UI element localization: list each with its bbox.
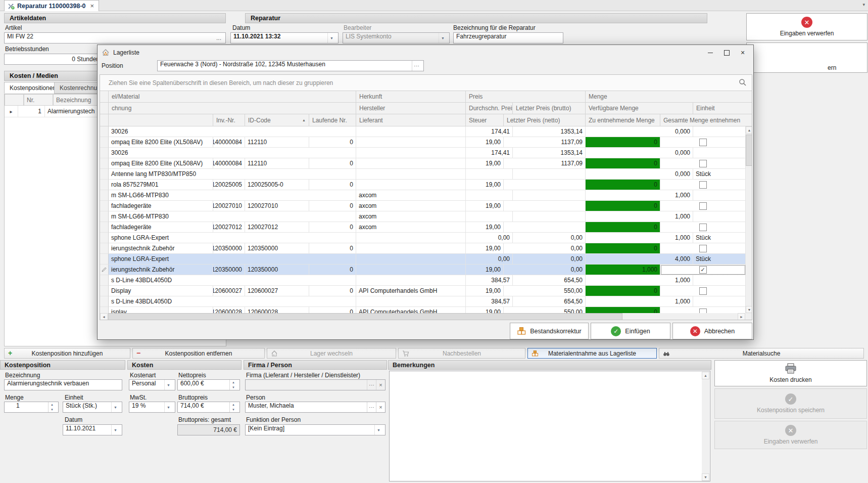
funktion-combobox[interactable]: [Kein Eintrag] ▼ <box>245 424 385 435</box>
col-letzter-preis-netto[interactable]: Letzter Preis (netto) <box>504 114 586 126</box>
einheit-combobox[interactable]: Stück (Stk.) ▼ <box>63 402 122 413</box>
entnehmen-checkbox[interactable]: ✓ <box>699 266 707 274</box>
col-zu-entnehmende-menge[interactable]: Zu entnehmende Menge <box>586 114 660 126</box>
kostenposition-hinzufuegen-button[interactable]: + Kostenposition hinzufügen <box>4 348 130 359</box>
lagerliste-row-child[interactable]: fachladegeräte1200270121200270120axcom19… <box>100 222 746 233</box>
bestandskorrektur-button[interactable]: Bestandskorrektur <box>510 323 589 339</box>
entnehmen-checkbox[interactable] <box>699 245 707 252</box>
tab-close-icon[interactable]: × <box>90 2 94 10</box>
lagerliste-row-child[interactable]: ierungstechnik Zubehör120350000120350000… <box>100 265 746 275</box>
lagerliste-row-parent[interactable]: m SM-LG66-MTP830axcom1,000 <box>100 211 746 222</box>
chevron-down-icon[interactable]: ▼ <box>111 425 119 435</box>
vertical-scroll-thumb[interactable] <box>746 135 752 166</box>
row-expand-icon[interactable]: ▸ <box>5 106 18 117</box>
horizontal-scrollbar[interactable]: ◄ ► <box>100 313 752 320</box>
col-band-menge[interactable]: Menge <box>586 91 752 103</box>
bruttopreis-stepper[interactable]: 714,00 € ▲▼ <box>177 402 240 413</box>
materialsuche-button[interactable]: Materialsuche <box>659 348 864 359</box>
entnehmen-checkbox[interactable] <box>699 160 707 167</box>
person-field[interactable]: Muster, Michaela ··· × <box>245 402 385 413</box>
chevron-down-icon[interactable]: ▼ <box>327 33 335 43</box>
entnehmen-checkbox[interactable] <box>699 224 707 231</box>
entnehmen-checkbox[interactable] <box>699 202 707 210</box>
bezeichnung-reparatur-field[interactable]: Fahrzeugreparatur <box>453 32 563 43</box>
position-ellipsis-button[interactable]: ··· <box>412 61 421 71</box>
col-steuer[interactable]: Steuer <box>466 114 504 126</box>
cell-zu-entnehmende-menge[interactable]: 0 <box>586 137 660 148</box>
col-laufende-nr[interactable]: Laufende Nr. <box>309 114 356 126</box>
lagerliste-row-child[interactable]: ompaq Elite 8200 Elite (XL508AV)14000008… <box>100 158 746 169</box>
tab-reparatur[interactable]: Reparatur 110000398-0 × <box>4 0 99 11</box>
lagerliste-row-parent[interactable]: s D-Line 43BDL4050D384,57654,501,000 <box>100 275 746 286</box>
lagerliste-row-parent[interactable]: 30026174,411353,140,000 <box>100 148 746 158</box>
lagerliste-row-child[interactable]: fachladegeräte1200270101200270100axcom19… <box>100 201 746 211</box>
eingaben-verwerfen-top-button[interactable]: ✕ Eingaben verwerfen <box>746 13 867 40</box>
col-band-material[interactable]: el/Material <box>109 91 356 103</box>
search-icon[interactable] <box>739 78 747 86</box>
col-einheit[interactable]: Einheit <box>693 103 752 114</box>
horizontal-scroll-thumb[interactable] <box>108 313 622 320</box>
cell-zu-entnehmende-menge[interactable]: 0 <box>586 158 660 169</box>
kostenposition-entfernen-button[interactable]: − Kostenposition entfernen <box>132 348 265 359</box>
cell-zu-entnehmende-menge[interactable]: 0 <box>586 243 660 254</box>
bemerkungen-scrollbar[interactable]: ▲ ▼ <box>702 372 709 481</box>
group-by-panel[interactable]: Ziehen Sie eine Spaltenüberschrift in di… <box>100 75 752 91</box>
spinner-arrows-icon[interactable]: ▲▼ <box>229 380 237 390</box>
person-ellipsis-button[interactable]: ··· <box>367 402 376 412</box>
entnehmen-checkbox[interactable] <box>699 139 707 146</box>
col-durchschn-preis[interactable]: Durchschn. Preis <box>466 103 513 114</box>
minimize-icon[interactable] <box>703 47 718 58</box>
col-gesamte-menge-entnehmen[interactable]: Gesamte Menge entnehmen <box>660 114 752 126</box>
tab-overflow-icon[interactable]: ▾ <box>862 2 865 7</box>
abbrechen-button[interactable]: ✕ Abbrechen <box>672 323 752 339</box>
cell-zu-entnehmende-menge[interactable]: 0 <box>586 286 660 296</box>
lagerliste-row-child[interactable]: ierungstechnik Zubehör120350000120350000… <box>100 243 746 254</box>
lagerliste-row-parent[interactable]: sphone LGRA-Expert0,000,001,000Stück <box>100 233 746 243</box>
col-verfuegbare-menge[interactable]: Verfügbare Menge <box>586 103 693 114</box>
datum-combobox[interactable]: 11.10.2021 13:32 ▼ <box>230 32 339 43</box>
col-bezeichnung[interactable]: chnung <box>109 103 356 114</box>
spinner-arrows-icon[interactable]: ▲▼ <box>229 402 237 412</box>
cell-zu-entnehmende-menge[interactable]: 0 <box>586 201 660 211</box>
lagerliste-titlebar[interactable]: Lagerliste <box>98 45 753 60</box>
mwst-combobox[interactable]: 19 % ▼ <box>129 402 175 413</box>
lagerliste-row-parent[interactable]: sphone LGRA-Expert0,000,004,000Stück <box>100 254 746 265</box>
spinner-arrows-icon[interactable]: ▲▼ <box>48 402 56 412</box>
entnehmen-checkbox[interactable] <box>699 181 707 189</box>
tab-kostenpositionen[interactable]: Kostenpositionen <box>4 82 62 94</box>
cell-zu-entnehmende-menge[interactable]: 0 <box>586 222 660 233</box>
lagerliste-row-child[interactable]: ompaq Elite 8200 Elite (XL508AV)14000008… <box>100 137 746 148</box>
col-name-sub[interactable] <box>109 114 213 126</box>
scroll-down-icon[interactable]: ▼ <box>746 306 752 313</box>
materialentnahme-button[interactable]: Materialentnahme aus Lagerliste <box>527 348 657 359</box>
menge-stepper[interactable]: 1 ▲▼ <box>4 402 59 413</box>
bemerkungen-textarea[interactable]: ▲ ▼ <box>389 371 710 481</box>
person-clear-icon[interactable]: × <box>376 402 385 412</box>
cell-zu-entnehmende-menge[interactable]: 0 <box>586 180 660 190</box>
cell-zu-entnehmende-menge[interactable]: 1,000 <box>586 265 660 275</box>
maximize-icon[interactable] <box>719 47 734 58</box>
scroll-left-icon[interactable]: ◄ <box>100 313 108 320</box>
kosten-drucken-button[interactable]: Kosten drucken <box>714 360 867 386</box>
bezeichnung-input[interactable]: Alarmierungstechnik verbauen <box>4 379 122 390</box>
close-icon[interactable]: × <box>735 47 750 58</box>
nettopreis-stepper[interactable]: 600,00 € ▲▼ <box>177 379 240 390</box>
entnehmen-checkbox[interactable] <box>699 287 707 295</box>
kosten-col-nr[interactable]: Nr. <box>24 94 53 106</box>
speichern-partial-button[interactable]: ern <box>746 42 867 73</box>
lagerliste-row-child[interactable]: Display1206000271206000270API Computerha… <box>100 286 746 296</box>
col-band-herkunft[interactable]: Herkunft <box>356 91 466 103</box>
lagerliste-row-child[interactable]: rola 8575279M01120025005120025005-0019,0… <box>100 180 746 190</box>
lagerliste-row-parent[interactable]: s D-Line 43BDL4050D384,57654,501,000 <box>100 296 746 307</box>
chevron-down-icon[interactable]: ▼ <box>111 402 119 412</box>
lagerliste-row-parent[interactable]: m SM-LG66-MTP830axcom1,000 <box>100 190 746 201</box>
col-lieferant[interactable]: Lieferant <box>356 114 466 126</box>
col-id-code[interactable]: ID-Code ▲ <box>245 114 309 126</box>
kostenart-combobox[interactable]: Personal ▼ <box>129 379 175 390</box>
vertical-scrollbar[interactable]: ▲ ▼ <box>746 126 752 313</box>
chevron-down-icon[interactable]: ▼ <box>164 402 172 412</box>
scroll-up-icon[interactable]: ▲ <box>702 372 709 379</box>
col-letzter-preis-brutto[interactable]: Letzter Preis (brutto) <box>513 103 586 114</box>
artikel-ellipsis-button[interactable]: ... <box>215 34 223 41</box>
col-band-preis[interactable]: Preis <box>466 91 586 103</box>
